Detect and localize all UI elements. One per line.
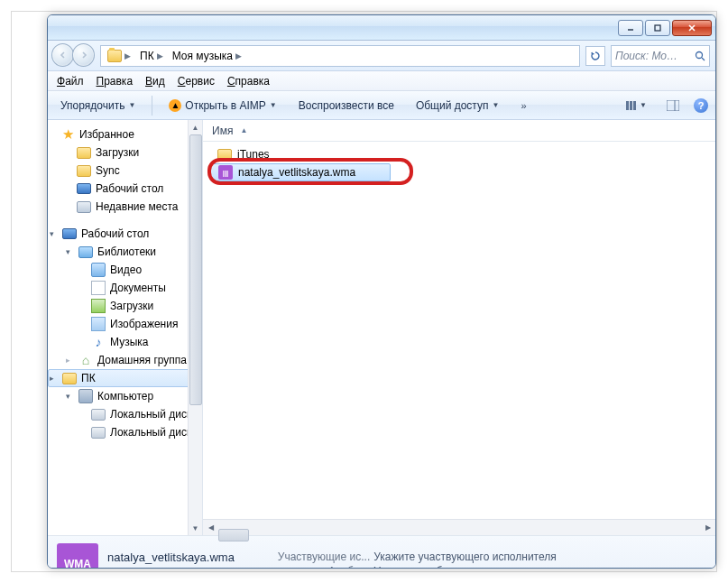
folder-icon <box>107 50 122 62</box>
svg-rect-1 <box>655 25 660 31</box>
navigation-sidebar: ★Избранное Загрузки Sync Рабочий стол Не… <box>48 120 203 535</box>
disk-icon <box>91 427 106 439</box>
folder-icon <box>77 165 91 177</box>
breadcrumb-music[interactable]: Моя музыка▶ <box>169 47 245 65</box>
file-pane: Имя▲ iTunes ||| natalya_vetlitskaya.wma … <box>203 120 715 535</box>
explorer-window: ▶ ПК▶ Моя музыка▶ Поиск: Мо… Файл Правка… <box>47 14 716 569</box>
view-mode-button[interactable]: ▼ <box>621 98 652 113</box>
disk-icon <box>91 409 106 421</box>
menu-file[interactable]: Файл <box>57 75 84 88</box>
homegroup-icon: ⌂ <box>78 353 93 367</box>
minimize-button[interactable] <box>618 20 643 36</box>
sidebar-scrollbar[interactable]: ▲ ▼ <box>188 120 202 535</box>
details-filetype: AIMP: Windows Media Audio <box>107 566 235 569</box>
sidebar-homegroup[interactable]: ▸⌂Домашняя группа <box>48 351 202 369</box>
forward-button[interactable] <box>72 43 95 67</box>
address-bar[interactable]: ▶ ПК▶ Моя музыка▶ <box>100 45 580 67</box>
image-icon <box>91 317 106 331</box>
sidebar-disk1[interactable]: Локальный диск ( <box>48 405 202 423</box>
libraries-icon <box>78 246 93 258</box>
refresh-button[interactable] <box>585 46 605 66</box>
sidebar-computer[interactable]: ▾Компьютер <box>48 387 202 405</box>
svg-rect-6 <box>667 100 679 111</box>
artist-value[interactable]: Укажите участвующего исполнителя <box>373 551 557 563</box>
sidebar-libraries[interactable]: ▾Библиотеки <box>48 243 202 261</box>
sidebar-images[interactable]: Изображения <box>48 315 202 333</box>
close-button[interactable] <box>672 20 712 36</box>
folder-icon <box>77 147 91 159</box>
video-icon <box>91 263 106 277</box>
document-icon <box>91 281 106 295</box>
sidebar-documents[interactable]: Документы <box>48 279 202 297</box>
svg-point-4 <box>696 51 703 58</box>
folder-item-itunes[interactable]: iTunes <box>210 145 391 163</box>
sidebar-music[interactable]: ♪Музыка <box>48 333 202 351</box>
star-icon: ★ <box>60 127 75 142</box>
organize-button[interactable]: Упорядочить ▼ <box>55 97 141 115</box>
music-icon: ♪ <box>91 335 106 349</box>
scroll-right-button[interactable]: ▶ <box>700 521 715 535</box>
scroll-down-button[interactable]: ▼ <box>189 521 202 535</box>
pc-icon <box>62 373 77 384</box>
column-name[interactable]: Имя <box>212 125 233 137</box>
column-header[interactable]: Имя▲ <box>203 120 715 142</box>
sidebar-video[interactable]: Видео <box>48 261 202 279</box>
details-pane: WMA natalya_vetlitskaya.wma AIMP: Window… <box>48 535 715 569</box>
sidebar-downloads2[interactable]: Загрузки <box>48 297 202 315</box>
preview-icon <box>667 100 679 111</box>
toolbar: Упорядочить ▼ ▲Открыть в AIMP ▼ Воспроиз… <box>48 91 715 120</box>
play-all-button[interactable]: Воспроизвести все <box>293 97 400 115</box>
sidebar-desktop[interactable]: Рабочий стол <box>48 180 202 198</box>
menubar: Файл Правка Вид Сервис Справка <box>48 71 715 91</box>
aimp-icon: ▲ <box>169 99 181 112</box>
search-icon <box>695 51 705 61</box>
details-thumbnail: WMA <box>57 543 98 569</box>
sidebar-favorites[interactable]: ★Избранное <box>48 125 202 143</box>
menu-view[interactable]: Вид <box>145 75 165 88</box>
svg-line-5 <box>702 58 705 60</box>
sort-indicator: ▲ <box>240 126 247 134</box>
share-button[interactable]: Общий доступ ▼ <box>410 97 505 115</box>
search-input[interactable]: Поиск: Мо… <box>611 45 710 67</box>
sidebar-desktop2[interactable]: ▾Рабочий стол <box>48 225 202 243</box>
preview-pane-button[interactable] <box>661 97 685 114</box>
download-icon <box>91 299 106 313</box>
help-button[interactable]: ? <box>694 98 708 113</box>
file-list: iTunes ||| natalya_vetlitskaya.wma <box>203 142 715 519</box>
sidebar-pc[interactable]: ▸ПК <box>48 369 202 387</box>
titlebar <box>48 15 715 41</box>
file-item-wma[interactable]: ||| natalya_vetlitskaya.wma <box>210 163 391 181</box>
sidebar-sync[interactable]: Sync <box>48 162 202 180</box>
horizontal-scrollbar[interactable]: ◀ ▶ <box>203 519 715 535</box>
scroll-left-button[interactable]: ◀ <box>203 521 218 535</box>
desktop-icon <box>77 183 91 194</box>
more-button[interactable]: » <box>515 97 531 114</box>
open-aimp-button[interactable]: ▲Открыть в AIMP ▼ <box>163 97 281 115</box>
scroll-thumb[interactable] <box>218 529 249 541</box>
workspace: ★Избранное Загрузки Sync Рабочий стол Не… <box>48 120 715 535</box>
album-value[interactable]: Укажите альбом <box>373 565 456 569</box>
artist-label: Участвующие ис... <box>262 551 370 563</box>
maximize-button[interactable] <box>645 20 670 36</box>
address-row: ▶ ПК▶ Моя музыка▶ Поиск: Мо… <box>48 41 715 71</box>
sidebar-disk2[interactable]: Локальный диск ( <box>48 423 202 441</box>
menu-help[interactable]: Справка <box>227 75 270 88</box>
computer-icon <box>78 389 93 403</box>
wma-icon: ||| <box>218 165 233 180</box>
desktop-icon <box>62 228 77 239</box>
sidebar-recent[interactable]: Недавние места <box>48 198 202 216</box>
scroll-thumb[interactable] <box>189 134 202 405</box>
search-placeholder: Поиск: Мо… <box>615 50 677 62</box>
details-filename: natalya_vetlitskaya.wma <box>107 551 235 564</box>
breadcrumb-root[interactable]: ▶ <box>104 47 134 65</box>
sidebar-downloads[interactable]: Загрузки <box>48 143 202 162</box>
menu-edit[interactable]: Правка <box>97 75 134 88</box>
back-button[interactable] <box>51 43 74 67</box>
folder-icon <box>217 149 232 161</box>
nav-buttons <box>51 43 95 69</box>
scroll-up-button[interactable]: ▲ <box>189 120 202 134</box>
album-label: Альбом: <box>262 565 370 569</box>
menu-tools[interactable]: Сервис <box>178 75 215 88</box>
breadcrumb-pc[interactable]: ПК▶ <box>136 47 167 65</box>
recent-icon <box>77 201 91 213</box>
